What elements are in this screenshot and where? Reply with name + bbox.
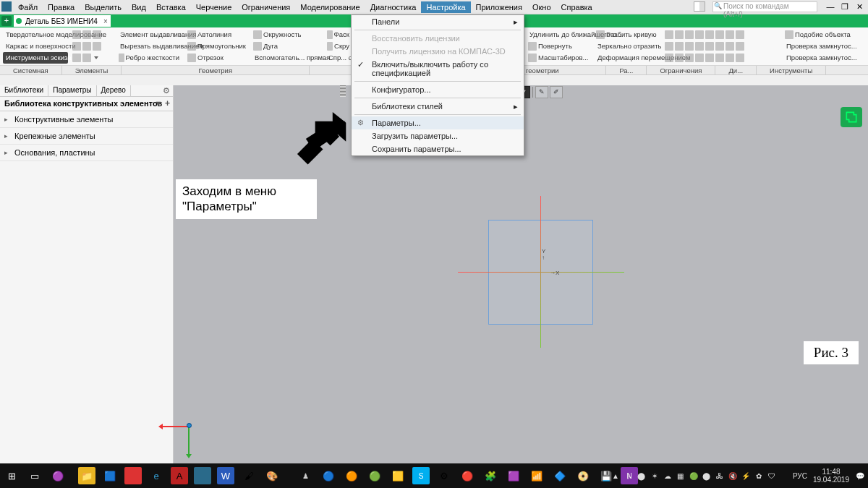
- menu-select[interactable]: Выделить: [80, 1, 127, 13]
- dd-panels[interactable]: Панели: [352, 15, 524, 28]
- lp-item-construction[interactable]: Конструктивные элементы: [0, 111, 173, 128]
- menu-draw[interactable]: Черчение: [191, 1, 237, 13]
- ribbon-circle[interactable]: Окружность: [252, 29, 320, 40]
- tab-close-button[interactable]: ×: [103, 17, 108, 25]
- tray-icon[interactable]: ▲: [610, 471, 621, 481]
- dd-parameters[interactable]: Параметры...: [352, 116, 524, 129]
- menu-modeling[interactable]: Моделирование: [295, 1, 365, 13]
- lp-add-button[interactable]: +: [165, 98, 170, 108]
- menu-edit[interactable]: Правка: [43, 1, 80, 13]
- tray-icon[interactable]: 🛡: [767, 471, 777, 481]
- word-icon[interactable]: W: [217, 467, 234, 484]
- ribbon-rotate[interactable]: Повернуть: [527, 40, 590, 52]
- menu-insert[interactable]: Вставка: [151, 1, 191, 13]
- tool-btn[interactable]: ✐: [550, 86, 563, 98]
- language-indicator[interactable]: РУС: [793, 472, 807, 480]
- tray-icon[interactable]: ✶: [650, 471, 660, 481]
- menu-help[interactable]: Справка: [556, 1, 597, 13]
- ribbon-split[interactable]: Разбить кривую: [595, 29, 660, 40]
- taskbar-app-icon[interactable]: 🟦: [101, 467, 119, 484]
- taskbar-app-icon[interactable]: 📀: [574, 467, 592, 484]
- ribbon-small-btn[interactable]: [71, 40, 114, 52]
- explorer-icon[interactable]: 📁: [78, 467, 95, 484]
- autocad-icon[interactable]: A: [171, 467, 188, 484]
- taskbar-app-icon[interactable]: 🟣: [49, 467, 67, 484]
- tray-icon[interactable]: ⬤: [637, 471, 647, 481]
- ribbon-similar[interactable]: Подобие объекта: [783, 29, 856, 40]
- tray-icon[interactable]: ▦: [676, 471, 686, 481]
- ribbon-icons-row[interactable]: [663, 29, 779, 40]
- ribbon-mirror[interactable]: Зеркально отразить: [595, 40, 660, 52]
- kompas-icon[interactable]: [194, 467, 211, 484]
- lp-collapse-icon[interactable]: ▾: [156, 98, 161, 108]
- ribbon-group[interactable]: Ра...: [606, 66, 647, 74]
- network-icon[interactable]: 🖧: [715, 471, 725, 481]
- taskbar-app-icon[interactable]: 🟪: [505, 467, 522, 484]
- ribbon-group[interactable]: Геометрия: [122, 66, 310, 74]
- ribbon-aux-line[interactable]: Вспомогатель... прямая: [252, 52, 320, 64]
- ribbon-group[interactable]: Элементы: [62, 66, 122, 74]
- ribbon-solid-modeling[interactable]: Твердотельное моделирование: [3, 29, 68, 40]
- ribbon-small-btn[interactable]: [71, 52, 114, 64]
- ribbon-group[interactable]: Ди...: [715, 66, 757, 74]
- lp-item-fasteners[interactable]: Крепежные элементы: [0, 128, 173, 145]
- ribbon-ref-obj[interactable]: Спр... объе: [326, 52, 351, 64]
- window-maximize-button[interactable]: ❐: [838, 1, 852, 12]
- sketch-mode-badge[interactable]: [841, 107, 862, 127]
- edge-icon[interactable]: e: [148, 467, 165, 484]
- tool-btn[interactable]: ✎: [535, 86, 548, 98]
- skype-icon[interactable]: S: [412, 467, 430, 484]
- ribbon-surface-modeling[interactable]: Каркас и поверхности: [3, 40, 68, 52]
- lp-tab-libraries[interactable]: Библиотеки: [0, 85, 48, 96]
- tray-icon[interactable]: [780, 471, 790, 481]
- dd-save-params[interactable]: Сохранить параметры...: [352, 142, 524, 155]
- panel-handle-icon[interactable]: [340, 85, 346, 97]
- taskbar-app-icon[interactable]: 🟢: [366, 467, 383, 484]
- lp-item-bases[interactable]: Основания, пластины: [0, 145, 173, 161]
- tray-icon[interactable]: ⬤: [702, 471, 712, 481]
- taskbar-app-icon[interactable]: 🎨: [263, 467, 281, 484]
- tray-icon[interactable]: ⚡: [741, 471, 751, 481]
- ribbon-check2[interactable]: Проверка замкнутос...: [783, 52, 856, 64]
- dd-load-params[interactable]: Загрузить параметры...: [352, 129, 524, 142]
- document-tab[interactable]: Деталь БЕЗ ИМЕНИ4 ×: [13, 14, 111, 27]
- window-layout-icon[interactable]: [694, 1, 705, 12]
- ribbon-icons-row[interactable]: [663, 40, 779, 52]
- menu-apps[interactable]: Приложения: [471, 1, 527, 13]
- ribbon-deform[interactable]: Деформация перемещением: [595, 52, 660, 64]
- ribbon-small-btn[interactable]: [71, 29, 114, 40]
- ribbon-scale[interactable]: Масштабиров...: [527, 52, 590, 64]
- ribbon-group[interactable]: Ограничения: [647, 66, 715, 74]
- taskbar-app-icon[interactable]: 🔴: [459, 467, 476, 484]
- menu-file[interactable]: Файл: [13, 1, 43, 13]
- taskbar-app-icon[interactable]: 📶: [528, 467, 545, 484]
- menu-window[interactable]: Окно: [527, 1, 556, 13]
- tray-icon[interactable]: ☁: [663, 471, 673, 481]
- window-minimize-button[interactable]: —: [823, 1, 838, 12]
- taskbar-app-icon[interactable]: 🟨: [389, 467, 407, 484]
- ribbon-rectangle[interactable]: Прямоугольник: [186, 40, 247, 52]
- command-search-input[interactable]: Поиск по командам (Alt+/): [712, 1, 817, 12]
- dd-toggle-spec[interactable]: Включить/выключить работу со спецификаци…: [352, 58, 524, 80]
- lp-tab-tree[interactable]: Дерево: [97, 85, 131, 96]
- new-tab-button[interactable]: +: [1, 16, 12, 26]
- dd-configurator[interactable]: Конфигуратор...: [352, 83, 524, 96]
- start-button[interactable]: ⊞: [3, 467, 20, 484]
- lp-settings-icon[interactable]: ⚙: [163, 86, 170, 95]
- menu-settings[interactable]: Настройка: [421, 1, 470, 13]
- ribbon-segment[interactable]: Отрезок: [186, 52, 247, 64]
- notifications-icon[interactable]: 💬: [855, 471, 865, 481]
- lp-tab-params[interactable]: Параметры: [48, 85, 96, 96]
- ribbon-cut-extrude[interactable]: Вырезать выдавливанием: [117, 40, 181, 52]
- ribbon-extend[interactable]: Удлинить до ближайшего о...: [527, 29, 590, 40]
- menu-constraints[interactable]: Ограничения: [237, 1, 295, 13]
- ribbon-check1[interactable]: Проверка замкнутос...: [783, 40, 856, 52]
- ribbon-rib[interactable]: Ребро жесткости: [117, 52, 181, 64]
- menu-view[interactable]: Вид: [127, 1, 151, 13]
- taskbar-app-icon[interactable]: 🔵: [320, 467, 337, 484]
- taskbar-app-icon[interactable]: ♟: [297, 467, 314, 484]
- ribbon-autoline[interactable]: Автолиния: [186, 29, 247, 40]
- ribbon-icons-row[interactable]: [663, 52, 779, 64]
- taskbar-app-icon[interactable]: 🟠: [343, 467, 360, 484]
- menu-diagnostics[interactable]: Диагностика: [365, 1, 422, 13]
